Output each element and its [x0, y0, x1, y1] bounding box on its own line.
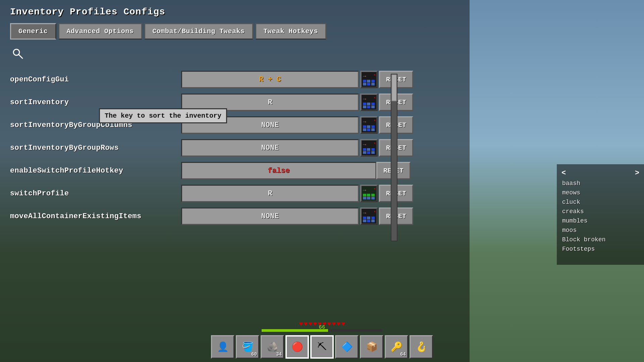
hotbar-slot-2[interactable]: 🪨 34	[261, 335, 284, 359]
value-sortInventory[interactable]: R	[181, 94, 359, 111]
value-switchProfile[interactable]: R	[181, 185, 359, 202]
hotbar-slot-7[interactable]: 🔑 64	[385, 335, 408, 359]
hotbar: 👤 🪣 60 🪨 34 🔴 ⛏ 🔷 📦 🔑 64 🪝	[211, 335, 433, 359]
sound-item-6[interactable]: Block broken	[560, 235, 641, 244]
sound-item-5[interactable]: moos	[560, 226, 641, 235]
scrollbar[interactable]	[391, 74, 397, 241]
tab-combat-building[interactable]: Combat/Building Tweaks	[144, 23, 253, 40]
icon-btn-openConfigGui[interactable]	[360, 71, 378, 88]
slot-count-7: 64	[400, 352, 406, 357]
tab-tweak-hotkeys[interactable]: Tweak Hotkeys	[255, 23, 327, 40]
label-switchProfile: switchProfile	[10, 189, 181, 198]
value-moveAllContainerExistingItems[interactable]: NONE	[181, 207, 359, 225]
label-sortInventory: sortInventory	[10, 98, 181, 107]
icon-btn-sortInventory[interactable]	[360, 94, 378, 111]
hotbar-slot-1[interactable]: 🪣 60	[236, 335, 259, 359]
status-bars: ♥ ♥ ♥ ♥ ♥ ♥ ♥ ♥ ♥ ♥ 66	[262, 320, 382, 332]
sort-icon-openConfigGui	[362, 72, 376, 87]
sound-item-1[interactable]: meows	[560, 188, 641, 197]
tab-advanced-options[interactable]: Advanced Options	[58, 23, 142, 40]
sound-item-7[interactable]: Footsteps	[560, 244, 641, 254]
label-sortInventoryByGroupColumns: sortInventoryByGroupColumns	[10, 121, 181, 129]
sound-item-4[interactable]: mumbles	[560, 216, 641, 226]
exp-bar-fill	[262, 329, 328, 332]
sort-icon-sortInventoryByGroupColumns	[362, 118, 376, 132]
value-sortInventoryByGroupRows[interactable]: NONE	[181, 139, 359, 157]
icon-btn-switchProfile[interactable]	[360, 185, 378, 202]
value-sortInventoryByGroupColumns[interactable]: NONE	[181, 116, 359, 134]
icon-btn-sortInventoryByGroupRows[interactable]	[360, 139, 378, 157]
hotbar-slot-0[interactable]: 👤	[211, 335, 234, 359]
value-enableSwitchProfileHotkey[interactable]: false	[181, 162, 376, 179]
icon-btn-sortInventoryByGroupColumns[interactable]	[360, 116, 378, 134]
sort-icon-moveAllContainerExistingItems	[362, 209, 376, 224]
exp-level: 66	[319, 324, 325, 330]
exp-bar: 66	[262, 329, 382, 332]
sound-item-0[interactable]: baash	[560, 179, 641, 188]
tab-bar: Generic Advanced Options Combat/Building…	[10, 23, 460, 40]
scrollbar-thumb	[391, 74, 397, 101]
sound-item-2[interactable]: cluck	[560, 197, 641, 207]
search-icon[interactable]	[12, 48, 24, 60]
sound-item-3[interactable]: creaks	[560, 207, 641, 216]
sort-icon-switchProfile	[362, 186, 376, 201]
sort-icon-sortInventoryByGroupRows	[362, 140, 376, 155]
search-row	[10, 48, 460, 61]
icon-btn-moveAllContainerExistingItems[interactable]	[360, 207, 378, 225]
svg-line-1	[19, 55, 22, 58]
slot-count-2: 34	[276, 352, 282, 357]
label-sortInventoryByGroupRows: sortInventoryByGroupRows	[10, 144, 181, 152]
value-openConfigGui[interactable]: R + C	[181, 71, 359, 88]
sound-panel: < > baash meows cluck creaks mumbles moo…	[557, 164, 644, 265]
label-moveAllContainerExistingItems: moveAllContainerExistingItems	[10, 212, 181, 221]
page-title: Inventory Profiles Configs	[10, 7, 460, 17]
hotbar-slot-5[interactable]: 🔷	[335, 335, 359, 359]
hud: ♥ ♥ ♥ ♥ ♥ ♥ ♥ ♥ ♥ ♥ 66 👤 🪣 60 🪨 34	[0, 295, 644, 362]
sound-nav-next[interactable]: >	[634, 168, 641, 179]
sound-nav-prev[interactable]: <	[560, 168, 567, 179]
hotbar-slot-6[interactable]: 📦	[360, 335, 383, 359]
slot-count-1: 60	[251, 352, 257, 357]
hotbar-slot-3[interactable]: 🔴	[285, 335, 309, 359]
label-enableSwitchProfileHotkey: enableSwitchProfileHotkey	[10, 167, 181, 175]
hotbar-slot-4[interactable]: ⛏	[310, 335, 334, 359]
label-openConfigGui: openConfigGui	[10, 75, 181, 84]
tab-generic[interactable]: Generic	[10, 23, 56, 40]
sort-icon-sortInventory	[362, 95, 376, 110]
hotbar-slot-8[interactable]: 🪝	[410, 335, 433, 359]
